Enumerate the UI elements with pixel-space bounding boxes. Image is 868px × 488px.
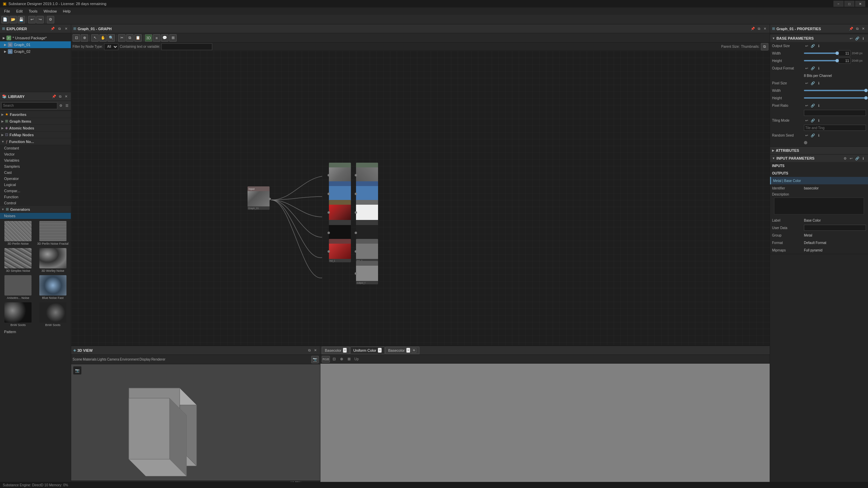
renderer-label[interactable]: Renderer <box>151 358 165 361</box>
explorer-close-btn[interactable]: ✕ <box>63 26 69 32</box>
pixel-width-slider[interactable] <box>804 90 866 91</box>
description-textarea[interactable] <box>774 198 864 215</box>
input-params-btn4[interactable]: ℹ <box>861 156 866 161</box>
pixel-size-link-btn[interactable]: 🔗 <box>810 80 815 86</box>
category-atomic-nodes[interactable]: ▶ ◈ Atomic Nodes <box>0 125 71 131</box>
props-close-btn[interactable]: ✕ <box>861 26 866 32</box>
base-params-reset-btn[interactable]: ↩ <box>848 36 854 41</box>
graph-node-bottom[interactable]: output_f <box>356 261 378 284</box>
graph-view3d-btn[interactable]: 3D <box>145 34 152 42</box>
pixel-size-info-btn[interactable]: ℹ <box>816 80 822 86</box>
output-format-link-btn[interactable]: 🔗 <box>810 65 815 71</box>
user-data-input[interactable] <box>804 225 866 231</box>
graph-frame-btn[interactable]: ⊞ <box>169 34 177 42</box>
img-tool-fit[interactable]: ⊡ <box>331 356 337 363</box>
tab2-close-btn[interactable]: ✕ <box>378 348 382 353</box>
image-tab-basecolor1[interactable]: Basecolor ✕ <box>322 347 350 354</box>
base-params-link-btn[interactable]: 🔗 <box>854 36 860 41</box>
sub-control[interactable]: Control <box>0 200 71 206</box>
toolbar-redo[interactable]: ↪ <box>36 16 44 23</box>
noise-3d-worley[interactable]: 3D Worley Noise <box>36 247 70 273</box>
image-content[interactable] <box>320 364 770 488</box>
sub-compare[interactable]: Compar... <box>0 188 71 194</box>
search-input[interactable] <box>1 102 57 109</box>
props-pin-btn[interactable]: 📌 <box>848 26 854 32</box>
output-format-info-btn[interactable]: ℹ <box>816 65 822 71</box>
view3d-content[interactable]: 📷 <box>71 364 320 481</box>
random-seed-reset-btn[interactable]: ↩ <box>804 133 809 138</box>
toolbar-new[interactable]: 📄 <box>1 16 9 23</box>
img-tool-rgb[interactable]: RGB <box>322 356 330 363</box>
library-view-btn[interactable]: ☰ <box>64 103 70 108</box>
library-filter-btn[interactable]: ⚙ <box>58 103 63 108</box>
props-expand-btn[interactable]: ⧉ <box>854 26 860 32</box>
base-params-info-btn[interactable]: ℹ <box>861 36 866 41</box>
sub-function[interactable]: Function <box>0 194 71 200</box>
materials-label[interactable]: Materials <box>83 358 97 361</box>
pixel-ratio-reset-btn[interactable]: ↩ <box>804 103 809 108</box>
filter-text-input[interactable] <box>161 43 212 50</box>
random-seed-info-btn[interactable]: ℹ <box>816 133 822 138</box>
input-params-btn1[interactable]: ⚙ <box>842 156 848 161</box>
pixel-ratio-link-btn[interactable]: 🔗 <box>810 103 815 108</box>
pixel-height-slider[interactable] <box>804 97 866 99</box>
graph-zoom-tool-btn[interactable]: 🔍 <box>107 34 115 42</box>
graph-node-grey1[interactable]: hsl_2 <box>356 239 378 262</box>
graph-paste-btn[interactable]: 📋 <box>134 34 142 42</box>
explorer-graph2[interactable]: ▶ G Graph_02 <box>0 48 71 55</box>
library-close-btn[interactable]: ✕ <box>63 94 69 99</box>
graph-comment-btn[interactable]: 💬 <box>161 34 169 42</box>
width-slider-thumb[interactable] <box>835 52 839 55</box>
sub-vector[interactable]: Vector <box>0 151 71 157</box>
graph-zoom-btn[interactable]: ⊕ <box>81 34 88 42</box>
width-slider[interactable] <box>804 53 837 54</box>
graph-node-mix1[interactable]: mix_1 <box>329 200 351 223</box>
graph-pin-btn[interactable]: 📌 <box>750 26 755 32</box>
graph-canvas[interactable]: Input Graph_01 output_1 <box>71 51 770 345</box>
img-tool-zoom2[interactable]: ⊞ <box>346 356 352 363</box>
noise-3d-simplex[interactable]: 3D Simplex Noise <box>1 247 35 273</box>
sub-logical[interactable]: Logical <box>0 182 71 188</box>
graph-fit-btn[interactable]: ⊡ <box>73 34 80 42</box>
display-label[interactable]: Display <box>139 358 151 361</box>
menu-window[interactable]: Window <box>41 8 59 14</box>
input-params-btn2[interactable]: ↩ <box>848 156 854 161</box>
toolbar-preferences[interactable]: ⚙ <box>47 16 54 23</box>
close-button[interactable]: ✕ <box>855 1 865 7</box>
sub-noises[interactable]: Noises <box>0 213 71 219</box>
menu-edit[interactable]: Edit <box>14 8 25 14</box>
graph-delete-btn[interactable]: ✂ <box>118 34 125 42</box>
output-size-more-btn[interactable]: ℹ <box>816 43 822 48</box>
height-input[interactable] <box>839 58 850 64</box>
category-graph-items[interactable]: ▶ ⊞ Graph Items <box>0 118 71 125</box>
tiling-mode-reset-btn[interactable]: ↩ <box>804 118 809 123</box>
view3d-close-btn[interactable]: ✕ <box>313 348 318 353</box>
filter-type-select[interactable]: All <box>104 43 118 50</box>
maximize-button[interactable]: □ <box>844 1 854 7</box>
sub-constant[interactable]: Constant <box>0 145 71 151</box>
image-tab-uniform-color[interactable]: Uniform Color ✕ <box>350 347 385 354</box>
image-tab-basecolor2[interactable]: Basecolor ✕ ⧉ <box>385 347 419 354</box>
attributes-header[interactable]: ▶ ATTRIBUTES <box>770 147 868 154</box>
menu-file[interactable]: File <box>1 8 13 14</box>
graph-node-input[interactable]: Input Graph_01 <box>248 186 270 210</box>
metal-basecolor-row[interactable]: Metal | Base Color <box>770 177 868 184</box>
graph-pan-btn[interactable]: ✋ <box>99 34 107 42</box>
category-function-nodes[interactable]: ▼ ƒ Function No... <box>0 138 71 145</box>
noise-blue[interactable]: Blue Noise Fast <box>36 274 70 300</box>
img-tool-zoom1[interactable]: ⊕ <box>338 356 345 363</box>
camera-label[interactable]: Camera <box>107 358 119 361</box>
noise-3d-perlin[interactable]: 3D Perlin Noise <box>1 220 35 246</box>
graph-expand-btn[interactable]: ⧉ <box>756 26 762 32</box>
category-favorites[interactable]: ▶ ★ Favorites <box>0 111 71 118</box>
category-fxmap-nodes[interactable]: ▶ ⊡ FxMap Nodes <box>0 131 71 138</box>
random-seed-dot[interactable] <box>804 141 807 144</box>
lights-label[interactable]: Lights <box>97 358 106 361</box>
toolbar-open[interactable]: 📂 <box>9 16 17 23</box>
thumbnails-toggle-btn[interactable]: ⧉ <box>761 43 768 50</box>
explorer-graph1[interactable]: ▶ G Graph_01 <box>0 41 71 48</box>
tab3-close-btn[interactable]: ✕ <box>406 348 410 353</box>
input-params-header[interactable]: ▼ INPUT PARAMETERS ⚙ ↩ 🔗 ℹ <box>770 155 868 162</box>
input-params-btn3[interactable]: 🔗 <box>854 156 860 161</box>
sub-samplers[interactable]: Samplers <box>0 163 71 169</box>
